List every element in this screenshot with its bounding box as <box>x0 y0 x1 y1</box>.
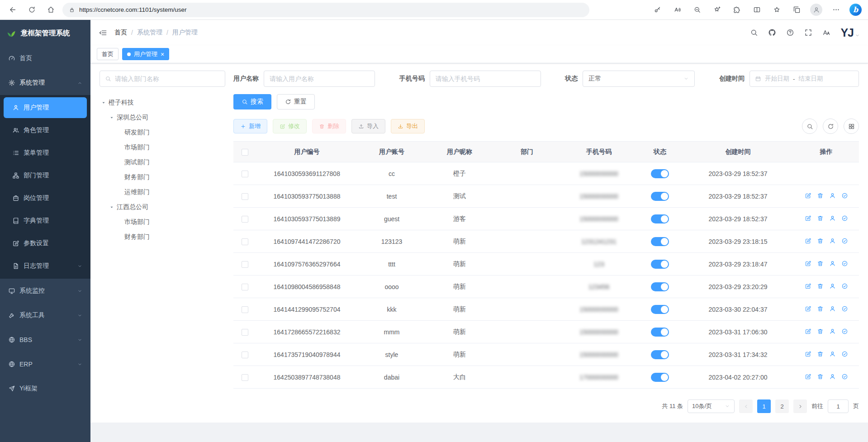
github-icon[interactable] <box>768 29 776 37</box>
address-bar[interactable]: https://ccnetcore.com:1101/system/user <box>62 3 589 17</box>
status-toggle[interactable] <box>651 237 669 246</box>
delete-row-icon[interactable] <box>817 351 824 357</box>
sidebar-item-post[interactable]: 岗位管理 <box>0 187 90 209</box>
bing-icon[interactable]: b <box>849 4 862 16</box>
edit-row-icon[interactable] <box>805 373 811 380</box>
assign-role-icon[interactable] <box>841 260 848 267</box>
page-button-1[interactable]: 1 <box>757 399 771 413</box>
favorites-icon[interactable] <box>770 4 783 16</box>
edit-row-icon[interactable] <box>805 305 811 312</box>
collections-icon[interactable] <box>790 4 803 16</box>
tree-node[interactable]: 市场部门 <box>100 140 225 155</box>
tree-node[interactable]: 财务部门 <box>100 170 225 185</box>
search-button[interactable]: 搜索 <box>233 94 271 109</box>
edit-row-icon[interactable] <box>805 238 811 244</box>
row-checkbox[interactable] <box>242 171 248 177</box>
row-checkbox[interactable] <box>242 306 248 313</box>
sidebar-item-user[interactable]: 用户管理 <box>4 97 87 118</box>
reset-password-icon[interactable] <box>829 283 836 290</box>
delete-button[interactable]: 删除 <box>312 119 346 133</box>
delete-row-icon[interactable] <box>817 373 824 380</box>
status-toggle[interactable] <box>651 282 669 291</box>
tree-node[interactable]: 橙子科技 <box>100 95 225 110</box>
delete-row-icon[interactable] <box>817 283 824 290</box>
sidebar-item-menu[interactable]: 菜单管理 <box>0 142 90 164</box>
add-favorite-icon[interactable] <box>711 4 723 16</box>
page-size-select[interactable]: 10条/页 <box>688 399 735 413</box>
header-search-icon[interactable] <box>750 29 758 37</box>
password-manager-icon[interactable] <box>651 4 664 16</box>
reset-password-icon[interactable] <box>829 238 836 244</box>
reset-password-icon[interactable] <box>829 305 836 312</box>
assign-role-icon[interactable] <box>841 215 848 222</box>
delete-row-icon[interactable] <box>817 238 824 244</box>
department-search-input[interactable] <box>115 75 220 82</box>
user-avatar[interactable]: YJ <box>840 27 860 38</box>
status-select[interactable]: 正常 <box>583 71 695 87</box>
browser-menu-icon[interactable] <box>830 4 842 16</box>
goto-page-input[interactable] <box>828 399 849 413</box>
sidebar-item-log[interactable]: 日志管理 <box>0 255 90 277</box>
edit-row-icon[interactable] <box>805 351 811 357</box>
sidebar-item-monitor[interactable]: 系统监控 <box>0 279 90 303</box>
sidebar-item-erp[interactable]: ERP <box>0 352 90 376</box>
sidebar-item-bbs[interactable]: BBS <box>0 328 90 352</box>
edit-row-icon[interactable] <box>805 283 811 290</box>
reset-password-icon[interactable] <box>829 351 836 357</box>
column-settings-button[interactable] <box>844 119 859 134</box>
next-page-button[interactable] <box>793 399 807 413</box>
sidebar-item-dict[interactable]: 字典管理 <box>0 209 90 232</box>
edit-row-icon[interactable] <box>805 192 811 199</box>
phone-input[interactable] <box>430 71 541 87</box>
browser-refresh-icon[interactable] <box>24 3 39 17</box>
tab-首页[interactable]: 首页 <box>97 48 119 60</box>
fullscreen-icon[interactable] <box>804 29 812 37</box>
date-range-picker[interactable]: 开始日期 - 结束日期 <box>749 71 859 87</box>
reset-password-icon[interactable] <box>829 373 836 380</box>
row-checkbox[interactable] <box>242 284 248 290</box>
assign-role-icon[interactable] <box>841 373 848 380</box>
status-toggle[interactable] <box>651 350 669 359</box>
delete-row-icon[interactable] <box>817 260 824 267</box>
browser-profile-avatar[interactable] <box>810 4 822 16</box>
sidebar-item-home[interactable]: 首页 <box>0 46 90 71</box>
browser-back-icon[interactable] <box>5 3 20 17</box>
assign-role-icon[interactable] <box>841 283 848 290</box>
tree-node[interactable]: 财务部门 <box>100 229 225 244</box>
assign-role-icon[interactable] <box>841 328 848 335</box>
extensions-icon[interactable] <box>730 4 743 16</box>
collapse-sidebar-icon[interactable] <box>99 29 107 37</box>
delete-row-icon[interactable] <box>817 305 824 312</box>
browser-home-icon[interactable] <box>43 3 58 17</box>
row-checkbox[interactable] <box>242 329 248 336</box>
assign-role-icon[interactable] <box>841 305 848 312</box>
sidebar-item-system[interactable]: 系统管理 <box>0 71 90 95</box>
assign-role-icon[interactable] <box>841 351 848 357</box>
reset-password-icon[interactable] <box>829 215 836 222</box>
row-checkbox[interactable] <box>242 216 248 223</box>
zoom-out-icon[interactable] <box>691 4 703 16</box>
row-checkbox[interactable] <box>242 261 248 268</box>
help-icon[interactable] <box>786 29 794 37</box>
sidebar-item-tool[interactable]: 系统工具 <box>0 303 90 328</box>
reset-password-icon[interactable] <box>829 260 836 267</box>
delete-row-icon[interactable] <box>817 215 824 222</box>
tab-用户管理[interactable]: 用户管理× <box>122 48 169 60</box>
edit-row-icon[interactable] <box>805 215 811 222</box>
export-button[interactable]: 导出 <box>391 119 425 133</box>
reset-button[interactable]: 重置 <box>277 94 315 109</box>
edit-button[interactable]: 修改 <box>273 119 307 133</box>
breadcrumb-item[interactable]: 首页 <box>114 29 127 37</box>
tree-node[interactable]: 市场部门 <box>100 214 225 229</box>
assign-role-icon[interactable] <box>841 192 848 199</box>
delete-row-icon[interactable] <box>817 192 824 199</box>
tree-node[interactable]: 测试部门 <box>100 155 225 170</box>
sidebar-item-config[interactable]: 参数设置 <box>0 232 90 255</box>
tree-expand-icon[interactable] <box>109 205 114 209</box>
reset-password-icon[interactable] <box>829 192 836 199</box>
tab-close-icon[interactable]: × <box>161 51 164 57</box>
split-screen-icon[interactable] <box>750 4 763 16</box>
tree-expand-icon[interactable] <box>109 115 114 120</box>
select-all-checkbox[interactable] <box>242 149 248 156</box>
tree-node[interactable]: 研发部门 <box>100 125 225 140</box>
